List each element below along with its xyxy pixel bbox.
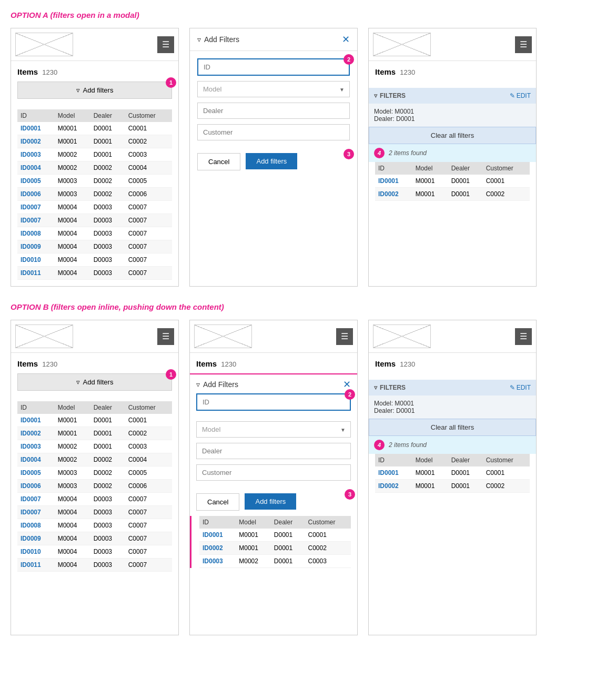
inline-filters-title-text-b: Add Filters bbox=[203, 380, 238, 389]
hamburger-b-right[interactable]: ☰ bbox=[515, 328, 532, 345]
panel-a-left-header: ☰ bbox=[11, 28, 178, 61]
badge-2-a: 2 bbox=[344, 54, 354, 65]
table-row: ID0005M0003D0002C0005 bbox=[17, 466, 172, 480]
panel-b-middle-body: Items 1230 ▿ Add Filters ✕ 2 bbox=[190, 353, 357, 574]
cell: M0004 bbox=[55, 545, 90, 559]
cell: D0001 bbox=[90, 440, 125, 453]
th-id-a-right: ID bbox=[375, 162, 412, 175]
cell: C0002 bbox=[483, 480, 530, 493]
cell: C0003 bbox=[125, 148, 172, 161]
table-header-row-b-middle: ID Model Dealer Customer bbox=[199, 516, 351, 529]
filters-label-text-a: FILTERS bbox=[380, 92, 406, 99]
model-select-wrapper-b: Model ▼ bbox=[196, 421, 351, 438]
cell: M0001 bbox=[412, 188, 448, 201]
clear-filters-btn-b[interactable]: Clear all filters bbox=[369, 419, 536, 436]
cell: M0004 bbox=[55, 253, 90, 267]
cell: C0001 bbox=[125, 122, 172, 135]
cell: D0002 bbox=[90, 175, 125, 188]
id-cell: ID0011 bbox=[17, 559, 55, 572]
cell: C0003 bbox=[125, 440, 172, 453]
id-cell: ID0003 bbox=[17, 148, 55, 161]
table-row: ID0008M0004D0003C0007 bbox=[17, 227, 172, 240]
items-count-b-right: 1230 bbox=[400, 360, 415, 368]
id-cell: ID0001 bbox=[17, 414, 55, 427]
table-header-row-b-right: ID Model Dealer Customer bbox=[375, 454, 530, 466]
id-cell: ID0008 bbox=[17, 519, 55, 532]
add-filters-btn-b-left[interactable]: ▿ Add filters bbox=[17, 373, 172, 391]
panel-a-right-header: ☰ bbox=[369, 28, 536, 61]
cell: C0007 bbox=[125, 240, 172, 253]
cell: M0004 bbox=[55, 201, 90, 214]
th-dealer-b-left: Dealer bbox=[90, 401, 125, 414]
cell: M0002 bbox=[55, 440, 90, 453]
cell: C0001 bbox=[125, 414, 172, 427]
panel-b-right: ☰ Items 1230 ▿ FILTERS ✎ EDIT Model: bbox=[368, 320, 537, 635]
th-model-a-right: Model bbox=[412, 162, 448, 175]
add-filters-submit-btn-b[interactable]: Add filters bbox=[245, 493, 296, 510]
id-cell: ID0002 bbox=[375, 188, 412, 201]
modal-header-a: ▿ Add Filters ✕ bbox=[190, 28, 357, 51]
id-cell: ID0002 bbox=[17, 135, 55, 148]
table-row: ID0007M0004D0003C0007 bbox=[17, 214, 172, 227]
modal-title-a: ▿ Add Filters bbox=[197, 35, 239, 44]
modal-footer-b: Cancel Add filters 3 bbox=[196, 493, 351, 511]
section-b-title: OPTION B (filters open inline, pushing d… bbox=[11, 302, 585, 311]
id-input-a[interactable] bbox=[197, 58, 350, 76]
pushed-content-b: ID Model Dealer Customer ID0001M0001D000… bbox=[190, 516, 357, 568]
model-select-wrapper-a: Model ▼ bbox=[197, 81, 350, 97]
model-select-a[interactable]: Model bbox=[197, 81, 350, 97]
cell: C0007 bbox=[125, 532, 172, 545]
results-text-a: 2 items found bbox=[389, 149, 427, 157]
hamburger-a-right[interactable]: ☰ bbox=[515, 36, 532, 53]
dealer-input-b[interactable] bbox=[196, 443, 351, 459]
dealer-input-a[interactable] bbox=[197, 103, 350, 119]
filter-icon-bar-b: ▿ bbox=[374, 384, 377, 391]
cell: M0001 bbox=[412, 466, 448, 480]
results-bar-b: 4 2 items found bbox=[369, 436, 536, 454]
inline-filters-title-b: ▿ Add Filters bbox=[196, 380, 238, 389]
add-filters-submit-btn-a[interactable]: Add filters bbox=[246, 153, 297, 169]
cell: M0003 bbox=[55, 175, 90, 188]
table-row: ID0002M0001D0001C0002 bbox=[375, 480, 530, 493]
model-select-b[interactable]: Model bbox=[196, 421, 351, 438]
table-b-right: ID Model Dealer Customer ID0001M0001D000… bbox=[375, 454, 530, 493]
cell: D0001 bbox=[448, 480, 483, 493]
cell: M0001 bbox=[412, 480, 448, 493]
table-a-left-body: ID0001M0001D0001C0001ID0002M0001D0001C00… bbox=[17, 122, 172, 280]
badge-2-b: 2 bbox=[345, 389, 355, 400]
add-filters-btn-a-left[interactable]: ▿ Add filters bbox=[17, 82, 172, 99]
cell: M0001 bbox=[55, 414, 90, 427]
cell: M0004 bbox=[55, 532, 90, 545]
edit-btn-a[interactable]: ✎ EDIT bbox=[510, 92, 531, 99]
close-modal-a[interactable]: ✕ bbox=[342, 35, 350, 44]
hamburger-a-left[interactable]: ☰ bbox=[157, 36, 174, 53]
cell: D0003 bbox=[90, 227, 125, 240]
panel-b-left-body: Items 1230 ▿ Add filters 1 ID Model bbox=[11, 353, 178, 578]
cell: D0003 bbox=[90, 506, 125, 519]
filters-bar-b: ▿ FILTERS ✎ EDIT bbox=[369, 380, 536, 395]
id-cell: ID0007 bbox=[17, 214, 55, 227]
id-input-b[interactable] bbox=[196, 393, 351, 411]
customer-input-b[interactable] bbox=[196, 464, 351, 481]
id-cell: ID0002 bbox=[17, 427, 55, 440]
hamburger-b-middle[interactable]: ☰ bbox=[336, 328, 353, 345]
th-model-a-left: Model bbox=[55, 109, 90, 122]
cancel-btn-b[interactable]: Cancel bbox=[196, 493, 239, 511]
cell: D0003 bbox=[90, 545, 125, 559]
cancel-btn-a[interactable]: Cancel bbox=[197, 153, 240, 170]
clear-filters-btn-a[interactable]: Clear all filters bbox=[369, 127, 536, 144]
table-row: ID0007M0004D0003C0007 bbox=[17, 493, 172, 506]
pencil-icon-b: ✎ bbox=[510, 384, 515, 391]
th-id-a-left: ID bbox=[17, 109, 55, 122]
hamburger-b-left[interactable]: ☰ bbox=[157, 328, 174, 345]
customer-input-a[interactable] bbox=[197, 124, 350, 140]
cell: M0002 bbox=[55, 148, 90, 161]
table-row: ID0004M0002D0002C0004 bbox=[17, 453, 172, 466]
cell: M0004 bbox=[55, 506, 90, 519]
table-row: ID0010M0004D0003C0007 bbox=[17, 545, 172, 559]
cell: C0003 bbox=[305, 555, 351, 568]
id-cell: ID0006 bbox=[17, 480, 55, 493]
edit-btn-b[interactable]: ✎ EDIT bbox=[510, 384, 531, 391]
close-inline-b[interactable]: ✕ bbox=[343, 380, 351, 389]
id-cell: ID0002 bbox=[199, 542, 236, 555]
